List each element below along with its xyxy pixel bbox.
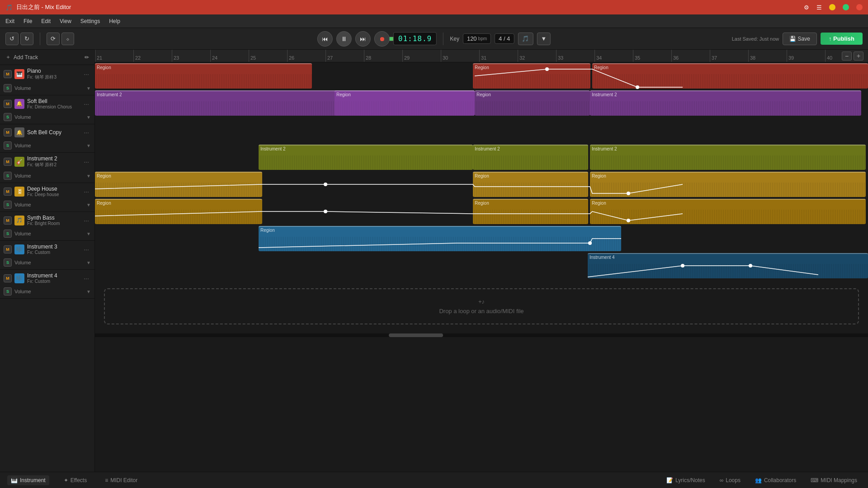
clip-softbell-2[interactable]: Region bbox=[475, 90, 590, 116]
track-menu-piano[interactable]: ··· bbox=[82, 70, 91, 79]
h-scrollbar-track[interactable] bbox=[95, 333, 868, 337]
clip-instrument2-2[interactable]: Instrument 2 bbox=[473, 145, 588, 170]
menu-settings[interactable]: Settings bbox=[80, 18, 100, 24]
clip-synthbass-2[interactable]: Region bbox=[473, 199, 588, 224]
redo-button[interactable]: ↻ bbox=[20, 33, 33, 45]
track-menu-softbell-copy[interactable]: ··· bbox=[82, 128, 91, 137]
zoom-out-button[interactable]: − bbox=[842, 52, 852, 61]
add-track-button[interactable]: ＋ Add Track ✏ bbox=[0, 50, 94, 65]
pencil-icon[interactable]: ✏ bbox=[85, 54, 89, 61]
solo-button-instrument2[interactable]: S bbox=[4, 172, 12, 180]
lane-main-instrument2[interactable]: Instrument 2 Instrument 2 Instrument 2 bbox=[95, 144, 868, 171]
lane-main-softbell[interactable]: Instrument 2 Region Region Instrument 2 bbox=[95, 89, 868, 117]
maximize-btn[interactable] bbox=[843, 4, 849, 10]
volume-arrow-piano[interactable]: ▼ bbox=[86, 86, 91, 91]
clip-piano-3[interactable]: Region bbox=[592, 63, 868, 89]
volume-arrow-softbell[interactable]: ▼ bbox=[86, 115, 91, 120]
track-menu-instrument4[interactable]: ··· bbox=[82, 274, 91, 283]
track-row-deephouse: M 🎛 Deep House Fx: Deep house ··· S Volu… bbox=[0, 183, 94, 212]
lane-main-piano[interactable]: Region Region Region bbox=[95, 62, 868, 89]
track-menu-instrument3[interactable]: ··· bbox=[82, 245, 91, 254]
clip-piano-2[interactable]: Region bbox=[473, 63, 590, 89]
split-tool-button[interactable]: ⬦ bbox=[61, 33, 74, 45]
solo-button-softbell[interactable]: S bbox=[4, 113, 12, 121]
minimize-btn[interactable] bbox=[829, 4, 835, 10]
clip-softbell-3[interactable]: Region bbox=[335, 90, 475, 116]
clip-synthbass-1[interactable]: Region bbox=[95, 199, 262, 224]
clip-softbell-4[interactable]: Instrument 2 bbox=[590, 90, 861, 116]
record-button[interactable]: ⏺ bbox=[374, 31, 390, 47]
tempo-down-button[interactable]: ▼ bbox=[537, 33, 551, 45]
lane-main-synthbass[interactable]: Region Region Region bbox=[95, 198, 868, 225]
lane-main-softbell-copy[interactable] bbox=[95, 117, 868, 144]
window-controls[interactable]: ⚙ ☰ bbox=[804, 4, 863, 11]
mute-button-instrument3[interactable]: M bbox=[4, 245, 12, 253]
menu-icon[interactable]: ☰ bbox=[816, 4, 822, 11]
track-menu-instrument2[interactable]: ··· bbox=[82, 157, 91, 166]
mute-button-instrument4[interactable]: M bbox=[4, 274, 12, 282]
clip-instrument4-1[interactable]: Instrument 4 bbox=[588, 253, 868, 278]
lane-main-deephouse[interactable]: Region Region Region bbox=[95, 171, 868, 198]
volume-arrow-synthbass[interactable]: ▼ bbox=[86, 231, 91, 236]
tab-lyrics[interactable]: 📝 Lyrics/Notes bbox=[663, 475, 709, 485]
mute-button-instrument2[interactable]: M bbox=[4, 158, 12, 166]
solo-button-instrument4[interactable]: S bbox=[4, 287, 12, 296]
track-menu-synthbass[interactable]: ··· bbox=[82, 216, 91, 225]
clip-piano-1[interactable]: Region bbox=[95, 63, 312, 89]
menu-help[interactable]: Help bbox=[109, 18, 120, 24]
lane-main-instrument3[interactable]: Region bbox=[95, 225, 868, 252]
clip-deephouse-3[interactable]: Region bbox=[590, 172, 866, 197]
mute-button-softbell[interactable]: M bbox=[4, 100, 12, 108]
menu-view[interactable]: View bbox=[60, 18, 71, 24]
loop-tool-button[interactable]: ⟳ bbox=[47, 33, 60, 45]
volume-arrow-instrument2[interactable]: ▼ bbox=[86, 174, 91, 178]
menu-file[interactable]: File bbox=[24, 18, 32, 24]
solo-button-deephouse[interactable]: S bbox=[4, 201, 12, 209]
solo-button-synthbass[interactable]: S bbox=[4, 230, 12, 238]
solo-button-instrument3[interactable]: S bbox=[4, 258, 12, 267]
undo-button[interactable]: ↺ bbox=[5, 33, 19, 45]
lane-main-instrument4[interactable]: Instrument 4 bbox=[95, 252, 868, 279]
volume-arrow-softbell-copy[interactable]: ▼ bbox=[86, 143, 91, 148]
save-button[interactable]: 💾 Save bbox=[783, 33, 817, 45]
volume-arrow-deephouse[interactable]: ▼ bbox=[86, 202, 91, 207]
settings-icon[interactable]: ⚙ bbox=[804, 4, 809, 11]
tab-midi-mappings[interactable]: ⌨ MIDI Mappings bbox=[807, 475, 861, 485]
clip-instrument2-1[interactable]: Instrument 2 bbox=[259, 145, 473, 170]
tab-collaborators[interactable]: 👥 Collaborators bbox=[751, 475, 800, 485]
h-scrollbar-thumb[interactable] bbox=[389, 333, 443, 337]
close-btn[interactable] bbox=[856, 4, 863, 10]
solo-button-softbell-copy[interactable]: S bbox=[4, 141, 12, 150]
mute-button-synthbass[interactable]: M bbox=[4, 216, 12, 225]
zoom-in-button[interactable]: ＋ bbox=[854, 52, 863, 61]
rewind-button[interactable]: ⏮ bbox=[317, 31, 333, 47]
forward-button[interactable]: ⏭ bbox=[355, 31, 371, 47]
track-menu-deephouse[interactable]: ··· bbox=[82, 187, 91, 196]
volume-arrow-instrument3[interactable]: ▼ bbox=[86, 260, 91, 265]
pause-button[interactable]: ⏸ bbox=[336, 31, 352, 47]
track-menu-softbell[interactable]: ··· bbox=[82, 99, 91, 108]
mute-button-piano[interactable]: M bbox=[4, 70, 12, 78]
clip-deephouse-2[interactable]: Region bbox=[473, 172, 588, 197]
solo-button-piano[interactable]: S bbox=[4, 84, 12, 92]
bpm-display[interactable]: 120 bpm bbox=[463, 33, 491, 44]
track-row-instrument3: M 🎼 Instrument 3 Fx: Custom ··· S Volume… bbox=[0, 241, 94, 270]
mute-button-softbell-copy[interactable]: M bbox=[4, 128, 12, 136]
clip-synthbass-3[interactable]: Region bbox=[590, 199, 866, 224]
mute-button-deephouse[interactable]: M bbox=[4, 188, 12, 196]
drop-zone[interactable]: +♪ Drop a loop or an audio/MIDI file bbox=[104, 288, 859, 324]
clip-instrument3-1[interactable]: Region bbox=[259, 226, 621, 251]
menu-edit[interactable]: Edit bbox=[41, 18, 51, 24]
tab-loops[interactable]: ∞ Loops bbox=[716, 475, 744, 485]
clip-instrument2-3[interactable]: Instrument 2 bbox=[590, 145, 866, 170]
tab-instrument[interactable]: 🎹 Instrument bbox=[7, 475, 49, 485]
tab-midi-editor[interactable]: ≡ MIDI Editor bbox=[101, 475, 141, 485]
metronome-button[interactable]: 🎵 bbox=[518, 33, 533, 45]
tab-effects[interactable]: ✦ Effects bbox=[60, 475, 90, 485]
clip-deephouse-1[interactable]: Region bbox=[95, 172, 262, 197]
arrange-view[interactable]: 21 22 23 24 25 26 27 28 29 30 31 32 33 3… bbox=[95, 50, 868, 472]
volume-arrow-instrument4[interactable]: ▼ bbox=[86, 289, 91, 294]
publish-button[interactable]: ↑ Publish bbox=[821, 33, 863, 45]
time-signature[interactable]: 4 / 4 bbox=[495, 33, 514, 44]
menu-exit[interactable]: Exit bbox=[5, 18, 14, 24]
